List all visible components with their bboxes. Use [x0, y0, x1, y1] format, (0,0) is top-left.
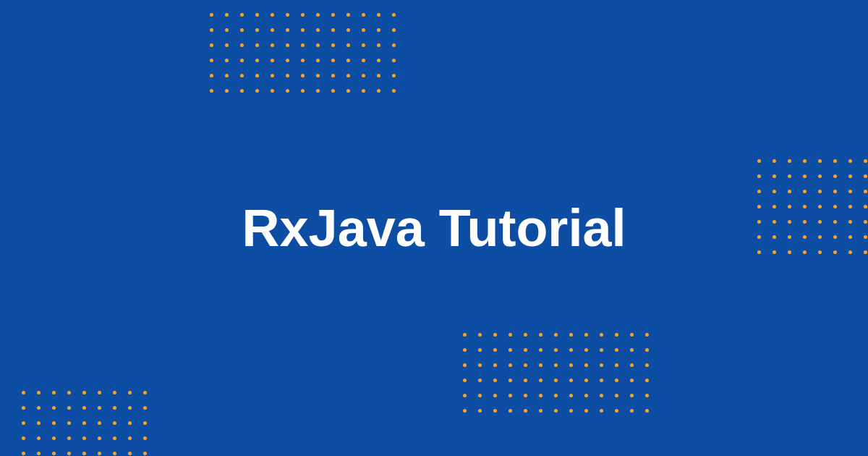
page-title: RxJava Tutorial — [242, 198, 626, 258]
decoration-dot-grid-bottom-left — [22, 391, 147, 456]
decoration-dot-grid-right — [757, 159, 868, 254]
decoration-dot-grid-bottom-right — [463, 333, 649, 413]
decoration-dot-grid-top — [210, 13, 396, 93]
